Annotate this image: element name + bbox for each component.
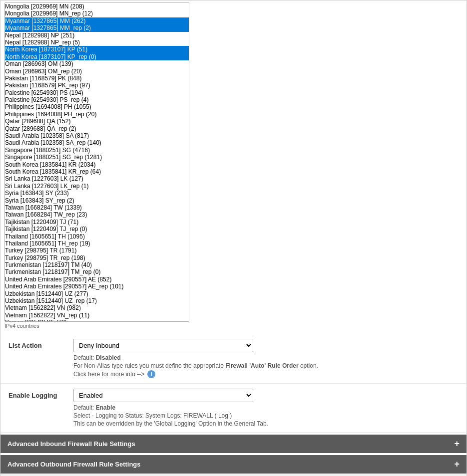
enable-logging-default-label: Default: [73, 404, 94, 411]
form-section: List Action Deny InboundDeny OutboundDen… [0, 334, 467, 433]
advanced-inbound-label: Advanced Inbound Firewall Rule Settings [7, 440, 135, 448]
save-area: 💾 Save [0, 474, 467, 476]
enable-logging-row: Enable Logging EnabledDisabled Default: … [0, 384, 467, 433]
list-action-default-label: Default: [73, 354, 94, 361]
enable-logging-default-value: Enable [96, 404, 115, 411]
list-action-click-info: Click here for more info --> i [73, 370, 459, 378]
list-action-content: Deny InboundDeny OutboundDeny BothPermit… [73, 339, 459, 378]
enable-logging-info1: Select - Logging to Status: System Logs:… [73, 412, 459, 419]
enable-logging-info2: This can be overridden by the 'Global Lo… [73, 420, 459, 427]
list-action-label: List Action [8, 339, 73, 349]
list-action-info-text: For Non-Alias type rules you must define… [73, 362, 224, 369]
enable-logging-label: Enable Logging [8, 389, 73, 399]
enable-logging-default: Default: Enable [73, 404, 459, 411]
advanced-outbound-plus-icon: + [454, 459, 460, 470]
advanced-inbound-header[interactable]: Advanced Inbound Firewall Rule Settings … [0, 435, 467, 453]
advanced-outbound-header[interactable]: Advanced Outbound Firewall Rule Settings… [0, 455, 467, 474]
enable-logging-select[interactable]: EnabledDisabled [73, 389, 253, 402]
list-footer: IPv4 countries [4, 322, 463, 332]
click-info-text: Click here for more info --> [73, 371, 144, 378]
list-action-info: For Non-Alias type rules you must define… [73, 362, 459, 369]
list-action-info-suffix: option. [300, 362, 318, 369]
list-action-info-link: Firewall 'Auto' Rule Order [225, 362, 298, 369]
enable-logging-content: EnabledDisabled Default: Enable Select -… [73, 389, 459, 427]
country-listbox[interactable]: Mongolia [2029969] MN (208)Mongolia [202… [4, 2, 189, 322]
main-container: Mongolia [2029969] MN (208)Mongolia [202… [0, 0, 467, 476]
info-icon[interactable]: i [147, 370, 155, 378]
list-action-select[interactable]: Deny InboundDeny OutboundDeny BothPermit… [73, 339, 253, 352]
country-list-section: Mongolia [2029969] MN (208)Mongolia [202… [0, 0, 467, 334]
list-action-default: Default: Disabled [73, 354, 459, 361]
list-action-default-value: Disabled [96, 354, 121, 361]
advanced-outbound-label: Advanced Outbound Firewall Rule Settings [7, 461, 141, 468]
list-action-row: List Action Deny InboundDeny OutboundDen… [0, 334, 467, 384]
advanced-inbound-plus-icon: + [454, 439, 460, 449]
